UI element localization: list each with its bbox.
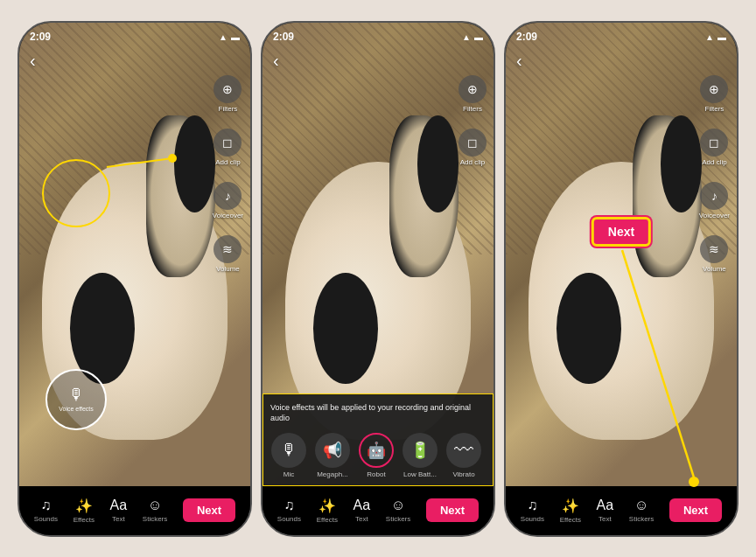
next-button-1[interactable]: Next	[183, 498, 235, 522]
toolbar-effects-1[interactable]: ✨ Effects	[74, 498, 94, 524]
phone-frame-3: 2:09 ▲ ▬ ‹	[504, 21, 738, 537]
effect-megaphone-label: Megaph...	[317, 470, 348, 478]
battery-icon-2: ▬	[474, 32, 483, 42]
stickers-icon-3: ☺	[634, 498, 648, 513]
effect-mic[interactable]: 🎙 Mic	[270, 433, 307, 478]
dog-head-black-2	[417, 115, 459, 212]
voice-effects-label: Voice effects	[59, 406, 94, 413]
sounds-icon-3: ♫	[527, 498, 537, 513]
phone-frame-2: 2:09 ▲ ▬ ‹	[261, 21, 495, 537]
toolbar-stickers-1[interactable]: ☺ Stickers	[143, 498, 167, 523]
effect-vibrato[interactable]: 〰 Vibrato	[445, 433, 482, 478]
effects-icon-2: ✨	[318, 498, 336, 514]
status-bar-2: 2:09 ▲ ▬	[262, 23, 494, 47]
wifi-icon-3: ▲	[705, 32, 714, 42]
screenshots-container: 2:09 ▲ ▬ ‹	[0, 0, 756, 557]
sidebar-filters-1[interactable]: ⊕ Filters	[213, 75, 243, 113]
toolbar-text-1[interactable]: Aa Text	[110, 498, 128, 523]
effect-mic-circle: 🎙	[271, 433, 306, 468]
filters-icon-3: ⊕	[700, 75, 728, 103]
back-arrow-3[interactable]: ‹	[516, 51, 522, 71]
sidebar-filters-2[interactable]: ⊕ Filters	[458, 75, 486, 113]
sounds-icon-2: ♫	[284, 498, 294, 513]
phone-frame-1: 2:09 ▲ ▬ ‹	[18, 21, 252, 537]
stickers-label-2: Stickers	[386, 515, 410, 523]
effect-megaphone[interactable]: 📢 Megaph...	[314, 433, 351, 478]
toolbar-sounds-3[interactable]: ♫ Sounds	[521, 498, 544, 523]
effects-row: 🎙 Mic 📢 Megaph... 🤖 Robot	[270, 433, 486, 478]
sounds-label-1: Sounds	[34, 515, 58, 523]
toolbar-effects-3[interactable]: ✨ Effects	[560, 498, 581, 524]
sidebar-addclip-3[interactable]: ◻ Add clip	[699, 129, 730, 166]
toolbar-sounds-1[interactable]: ♫ Sounds	[34, 498, 58, 523]
battery-icon-3: ▬	[718, 32, 726, 42]
sidebar-filters-3[interactable]: ⊕ Filters	[699, 75, 730, 113]
effect-lowbatt[interactable]: 🔋 Low Batt...	[402, 433, 438, 478]
status-icons-1: ▲ ▬	[219, 32, 240, 42]
toolbar-sounds-2[interactable]: ♫ Sounds	[277, 498, 301, 523]
sidebar-addclip-1[interactable]: ◻ Add clip	[213, 129, 243, 166]
sidebar-volume-3[interactable]: ≋ Volume	[699, 235, 730, 273]
effect-robot[interactable]: 🤖 Robot	[358, 433, 395, 478]
effects-icon-1: ✨	[75, 498, 93, 514]
sidebar-voiceover-3[interactable]: ♪ Voiceover	[699, 182, 730, 219]
status-bar-1: 2:09 ▲ ▬	[19, 23, 250, 47]
phone-screen-3: 2:09 ▲ ▬ ‹	[506, 23, 737, 535]
status-time-3: 2:09	[516, 31, 537, 43]
status-icons-3: ▲ ▬	[705, 32, 726, 42]
wifi-icon-2: ▲	[462, 32, 471, 42]
sidebar-addclip-2[interactable]: ◻ Add clip	[458, 129, 486, 166]
phone-screen-2: 2:09 ▲ ▬ ‹	[262, 23, 494, 535]
effects-label-3: Effects	[560, 516, 581, 524]
status-time-1: 2:09	[30, 31, 51, 43]
status-bar-3: 2:09 ▲ ▬	[506, 23, 737, 47]
next-button-2[interactable]: Next	[426, 498, 479, 522]
voiceover-icon-1: ♪	[214, 182, 242, 210]
sounds-label-3: Sounds	[521, 515, 544, 523]
effect-vibrato-circle: 〰	[446, 433, 481, 468]
text-label-2: Text	[355, 515, 368, 523]
next-button-3[interactable]: Next	[669, 498, 722, 522]
effect-vibrato-label: Vibrato	[452, 470, 474, 478]
stickers-icon-2: ☺	[391, 498, 405, 513]
text-icon-3: Aa	[597, 498, 614, 513]
addclip-icon-1: ◻	[214, 129, 242, 157]
toolbar-stickers-3[interactable]: ☺ Stickers	[629, 498, 654, 523]
stickers-label-1: Stickers	[143, 515, 167, 523]
sidebar-icons-3: ⊕ Filters ◻ Add clip ♪ Voiceover ≋ Volum…	[699, 75, 730, 273]
panel-description: Voice effects will be applied to your re…	[270, 403, 486, 423]
sidebar-icons-2: ⊕ Filters ◻ Add clip	[458, 75, 486, 166]
addclip-icon-3: ◻	[700, 129, 728, 157]
effects-label-2: Effects	[317, 516, 338, 524]
sidebar-volume-1[interactable]: ≋ Volume	[213, 235, 243, 273]
effects-icon-3: ✨	[562, 498, 579, 514]
back-arrow-1[interactable]: ‹	[30, 51, 36, 71]
phone-screen-1: 2:09 ▲ ▬ ‹	[19, 23, 250, 535]
dog-head-2	[389, 115, 458, 278]
voice-effects-icon: 🎙	[68, 386, 84, 404]
toolbar-stickers-2[interactable]: ☺ Stickers	[386, 498, 410, 523]
dog-head-1	[146, 115, 215, 278]
effect-robot-label: Robot	[367, 470, 385, 478]
bottom-toolbar-1: ♫ Sounds ✨ Effects Aa Text ☺ Stickers Ne…	[19, 486, 250, 535]
back-arrow-2[interactable]: ‹	[273, 51, 279, 71]
effect-robot-circle: 🤖	[359, 433, 394, 468]
voice-effects-overlay: 🎙 Voice effects	[46, 369, 107, 430]
toolbar-effects-2[interactable]: ✨ Effects	[317, 498, 338, 524]
sidebar-voiceover-1[interactable]: ♪ Voiceover	[213, 182, 243, 219]
bottom-toolbar-2: ♫ Sounds ✨ Effects Aa Text ☺ Stickers Ne…	[262, 486, 494, 535]
next-button-highlighted[interactable]: Next	[592, 217, 651, 247]
next-highlight-box: Next	[592, 217, 651, 247]
filters-icon-2: ⊕	[458, 75, 486, 103]
battery-icon-1: ▬	[231, 32, 240, 42]
toolbar-text-2[interactable]: Aa Text	[354, 498, 371, 523]
wifi-icon-1: ▲	[219, 32, 228, 42]
sounds-icon-1: ♫	[40, 498, 51, 513]
voice-effects-panel: Voice effects will be applied to your re…	[262, 393, 494, 485]
effect-megaphone-circle: 📢	[315, 433, 350, 468]
bottom-toolbar-3: ♫ Sounds ✨ Effects Aa Text ☺ Stickers Ne…	[506, 486, 737, 535]
voice-effects-circle[interactable]: 🎙 Voice effects	[46, 369, 107, 430]
sounds-label-2: Sounds	[277, 515, 301, 523]
toolbar-text-3[interactable]: Aa Text	[597, 498, 614, 523]
stickers-label-3: Stickers	[629, 515, 654, 523]
